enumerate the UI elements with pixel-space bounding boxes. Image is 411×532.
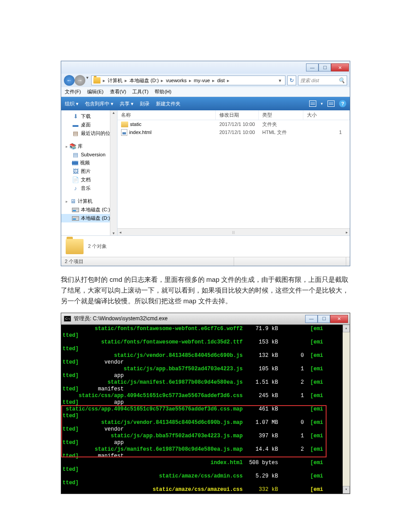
console-line: tted] xyxy=(61,413,350,419)
console-line: static/amaze/css/admin.css 5.29 kB [emi xyxy=(61,473,350,480)
sidebar-scrollbar[interactable] xyxy=(110,110,117,235)
menu-file[interactable]: 文件(F) xyxy=(65,88,81,95)
article-paragraph: 我们从打包时的 cmd 的日志来看，里面有很多的 map 文件的生成，由于截图有… xyxy=(61,274,350,306)
console-line: tted] app xyxy=(61,399,350,406)
console-line: static/js/vendor.8413485c84045d6c690b.js… xyxy=(61,419,350,426)
file-list-pane: 名称 修改日期 类型 大小 static2017/12/1 10:00文件夹in… xyxy=(117,110,350,235)
details-pane: 2 个对象 xyxy=(61,235,350,257)
menu-bar: 文件(F) 编辑(E) 查看(V) 工具(T) 帮助(H) xyxy=(61,87,350,97)
search-input[interactable]: 搜索 dist 🔍 xyxy=(298,75,347,85)
sidebar-item-disk-c[interactable]: 本地磁盘 (C:) xyxy=(61,205,117,214)
console-line: tted] app xyxy=(61,440,350,446)
menu-view[interactable]: 查看(V) xyxy=(110,88,126,95)
sidebar-item-picture[interactable]: 🖼图片 xyxy=(61,167,117,176)
html-file-icon xyxy=(121,129,127,136)
crumb-myvue[interactable]: my-vue xyxy=(194,78,210,83)
console-line: tted] xyxy=(61,346,350,352)
console-line: index.html 508 bytes [emi xyxy=(61,460,350,466)
folder-icon xyxy=(66,239,84,254)
file-row[interactable]: index.html2017/12/1 10:00HTML 文件1 xyxy=(117,128,350,136)
history-dropdown[interactable]: ▾ xyxy=(85,75,89,86)
address-bar: ← → ▾ ▸ 计算机▸ 本地磁盘 (D:)▸ vueworks▸ my-vue… xyxy=(61,74,350,87)
cmd-close-button[interactable]: ✕ xyxy=(330,315,348,323)
console-line: static/js/app.bba57f502ad4703e4223.js 10… xyxy=(61,366,350,373)
cmd-icon: C:\ xyxy=(64,316,71,322)
sidebar-item-disk-d[interactable]: 本地磁盘 (D:) xyxy=(61,214,117,222)
console-line: tted] vendor xyxy=(61,359,350,366)
navigation-pane: ⬇下载 ▬桌面 ▤最近访问的位置 ▸📚库 ▤Subversion 视频 🖼图片 … xyxy=(61,110,117,235)
crumb-computer[interactable]: 计算机 xyxy=(108,77,122,84)
refresh-button[interactable]: ↻ xyxy=(287,75,296,85)
cmd-maximize-button[interactable]: ☐ xyxy=(318,315,330,323)
console-line: static/css/app.4094c51651c9c5773ae55676a… xyxy=(61,393,350,399)
console-scrollbar[interactable] xyxy=(343,325,350,494)
horizontal-scrollbar[interactable] xyxy=(117,228,350,235)
console-line: static/js/manifest.6e19877b08c9d4e580ea.… xyxy=(61,379,350,386)
help-button[interactable]: ? xyxy=(339,100,346,107)
console-output: static/fonts/fontawesome-webfont.e6cf7c6… xyxy=(61,325,350,494)
cmd-window: C:\ 管理员: C:\Windows\system32\cmd.exe — ☐… xyxy=(61,313,350,494)
crumb-disk[interactable]: 本地磁盘 (D:) xyxy=(130,77,159,84)
sidebar-item-desktop[interactable]: ▬桌面 xyxy=(61,121,117,129)
search-placeholder: 搜索 dist xyxy=(300,77,319,84)
share-button[interactable]: 共享 ▾ xyxy=(120,101,134,107)
status-bar: 2 个项目 xyxy=(61,257,350,266)
col-date[interactable]: 修改日期 xyxy=(216,110,259,120)
back-button[interactable]: ← xyxy=(64,75,75,86)
cmd-minimize-button[interactable]: — xyxy=(305,315,318,323)
toolbar: 组织 ▾ 包含到库中 ▾ 共享 ▾ 刻录 新建文件夹 ▾ ? xyxy=(61,97,350,110)
sidebar-item-downloads[interactable]: ⬇下载 xyxy=(61,112,117,121)
cmd-title: 管理员: C:\Windows\system32\cmd.exe xyxy=(74,315,168,323)
explorer-window: — ☐ ✕ ← → ▾ ▸ 计算机▸ 本地磁盘 (D:)▸ vueworks▸ … xyxy=(61,61,350,266)
minimize-button[interactable]: — xyxy=(306,63,319,71)
new-folder-button[interactable]: 新建文件夹 xyxy=(156,101,180,107)
console-line: tted] xyxy=(61,332,350,339)
console-line: static/fonts/fontawesome-webfont.e6cf7c6… xyxy=(61,326,350,332)
console-line: static/js/app.bba57f502ad4703e4223.js.ma… xyxy=(61,433,350,440)
sidebar-item-video[interactable]: 视频 xyxy=(61,159,117,167)
details-count: 2 个对象 xyxy=(88,243,107,250)
console-line: static/fonts/fontawesome-webfont.1dc35d2… xyxy=(61,339,350,346)
menu-help[interactable]: 帮助(H) xyxy=(155,88,171,95)
cmd-title-bar: C:\ 管理员: C:\Windows\system32\cmd.exe — ☐… xyxy=(61,313,350,325)
view-options-button[interactable] xyxy=(309,101,316,107)
preview-pane-button[interactable] xyxy=(327,101,335,107)
sidebar-group-computer[interactable]: ▸🖥计算机 xyxy=(61,197,117,205)
console-line: static/js/manifest.6e19877b08c9d4e580ea.… xyxy=(61,446,350,453)
organize-button[interactable]: 组织 ▾ xyxy=(65,101,79,107)
console-line: tted] xyxy=(61,480,350,486)
crumb-dist[interactable]: dist xyxy=(217,78,225,83)
console-line: static/css/app.4094c51651c9c5773ae55676a… xyxy=(61,406,350,413)
menu-edit[interactable]: 编辑(E) xyxy=(87,88,104,95)
console-line: tted] xyxy=(61,466,350,473)
folder-icon xyxy=(93,77,101,84)
sidebar-item-recent[interactable]: ▤最近访问的位置 xyxy=(61,129,117,138)
console-line: tted] manifest xyxy=(61,453,350,460)
title-bar: — ☐ ✕ xyxy=(61,61,350,74)
forward-button[interactable]: → xyxy=(75,75,85,86)
col-type[interactable]: 类型 xyxy=(259,110,303,120)
close-button[interactable]: ✕ xyxy=(331,63,349,71)
console-line: tted] app xyxy=(61,373,350,379)
menu-tools[interactable]: 工具(T) xyxy=(132,88,148,95)
breadcrumb[interactable]: ▸ 计算机▸ 本地磁盘 (D:)▸ vueworks▸ my-vue▸ dist… xyxy=(91,75,285,85)
console-line: static/js/vendor.8413485c84045d6c690b.js… xyxy=(61,352,350,359)
sidebar-group-library[interactable]: ▸📚库 xyxy=(61,142,117,151)
folder-icon xyxy=(121,121,128,127)
status-text: 2 个项目 xyxy=(65,258,84,265)
file-row[interactable]: static2017/12/1 10:00文件夹 xyxy=(117,120,350,128)
column-headers: 名称 修改日期 类型 大小 xyxy=(117,110,350,120)
col-size[interactable]: 大小 xyxy=(303,110,350,120)
sidebar-item-subversion[interactable]: ▤Subversion xyxy=(61,151,117,159)
maximize-button[interactable]: ☐ xyxy=(319,63,331,71)
path-dropdown[interactable]: ▾ xyxy=(277,78,283,84)
search-icon: 🔍 xyxy=(338,77,345,84)
include-library-button[interactable]: 包含到库中 ▾ xyxy=(85,101,113,107)
sidebar-item-music[interactable]: ♪音乐 xyxy=(61,184,117,193)
console-line: tted] vendor xyxy=(61,426,350,433)
console-line: tted] manifest xyxy=(61,386,350,393)
sidebar-item-document[interactable]: 📄文档 xyxy=(61,176,117,184)
col-name[interactable]: 名称 xyxy=(117,110,216,120)
burn-button[interactable]: 刻录 xyxy=(140,101,150,107)
crumb-vueworks[interactable]: vueworks xyxy=(166,78,186,83)
